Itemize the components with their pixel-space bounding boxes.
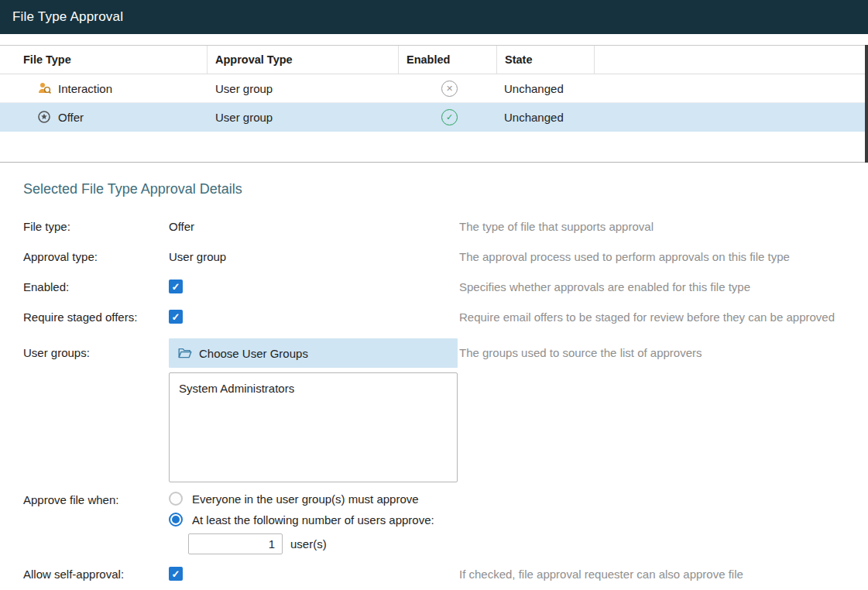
table-row-offer[interactable]: Offer User group ✓ Unchanged <box>0 103 868 132</box>
approval-type-value: User group <box>169 250 459 263</box>
interaction-icon <box>37 81 51 95</box>
details-section: Selected File Type Approval Details File… <box>0 181 868 582</box>
field-row-user-groups: User groups: Choose User Groups System A… <box>23 338 868 482</box>
cell-state: Unchanged <box>497 74 595 102</box>
cell-empty <box>595 103 868 131</box>
column-header-approval-type[interactable]: Approval Type <box>208 46 399 74</box>
offer-icon <box>37 110 51 124</box>
file-type-value: Offer <box>169 220 459 233</box>
approval-type-description: The approval process used to perform app… <box>459 250 868 263</box>
approval-type-label: Approval type: <box>23 250 169 263</box>
field-row-enabled: Enabled: ✓ Specifies whether approvals a… <box>23 278 868 295</box>
user-groups-label: User groups: <box>23 338 169 359</box>
column-header-state[interactable]: State <box>497 46 595 74</box>
page-title: File Type Approval <box>12 9 123 25</box>
enabled-checkbox[interactable]: ✓ <box>169 280 183 293</box>
column-header-file-type[interactable]: File Type <box>0 46 208 74</box>
field-row-approve-when: Approve file when: Everyone in the user … <box>23 492 868 554</box>
choose-user-groups-button[interactable]: Choose User Groups <box>169 338 458 368</box>
table-right-edge <box>865 45 868 163</box>
cell-enabled: ✕ <box>399 74 497 102</box>
field-row-self-approval: Allow self-approval: ✓ If checked, file … <box>23 565 868 582</box>
approve-when-label: Approve file when: <box>23 492 169 506</box>
self-approval-description: If checked, file approval requester can … <box>459 568 868 581</box>
cell-file-type: Interaction <box>0 74 208 102</box>
choose-user-groups-label: Choose User Groups <box>199 347 308 360</box>
field-row-approval-type: Approval type: User group The approval p… <box>23 248 868 265</box>
cell-approval-type: User group <box>208 103 399 131</box>
enabled-circle-icon: ✓ <box>441 109 458 125</box>
cell-empty <box>595 74 868 102</box>
radio-at-least-label: At least the following number of users a… <box>192 513 434 527</box>
field-row-require-staged: Require staged offers: ✓ Require email o… <box>23 308 868 325</box>
cell-file-type: Offer <box>0 103 208 131</box>
cell-approval-type: User group <box>208 74 399 102</box>
radio-at-least-number[interactable] <box>169 513 183 527</box>
user-group-list-item[interactable]: System Administrators <box>170 373 457 395</box>
require-staged-checkbox[interactable]: ✓ <box>169 310 183 324</box>
file-type-approval-table: File Type Approval Type Enabled State In… <box>0 45 868 163</box>
folder-icon <box>178 347 192 359</box>
user-groups-description: The groups used to source the list of ap… <box>459 338 868 359</box>
require-staged-description: Require email offers to be staged for re… <box>459 310 868 324</box>
disabled-circle-icon: ✕ <box>441 81 458 97</box>
file-type-text: Interaction <box>58 82 112 95</box>
file-type-text: Offer <box>58 111 84 124</box>
radio-everyone-approves[interactable] <box>169 492 183 506</box>
enabled-description: Specifies whether approvals are enabled … <box>459 280 868 293</box>
self-approval-checkbox[interactable]: ✓ <box>169 567 183 581</box>
details-section-title: Selected File Type Approval Details <box>23 181 868 197</box>
field-row-file-type: File type: Offer The type of file that s… <box>23 218 868 235</box>
table-header-row: File Type Approval Type Enabled State <box>0 46 868 74</box>
radio-everyone-label: Everyone in the user group(s) must appro… <box>192 492 419 506</box>
column-header-empty <box>595 46 868 74</box>
column-header-enabled[interactable]: Enabled <box>399 46 497 74</box>
cell-enabled: ✓ <box>399 103 497 131</box>
user-groups-listbox: System Administrators <box>169 372 458 482</box>
cell-state: Unchanged <box>497 103 595 131</box>
file-type-label: File type: <box>23 220 169 233</box>
self-approval-label: Allow self-approval: <box>23 568 169 581</box>
file-type-description: The type of file that supports approval <box>459 220 868 233</box>
require-staged-label: Require staged offers: <box>23 310 169 324</box>
approver-count-input[interactable] <box>188 533 283 554</box>
table-row-interaction[interactable]: Interaction User group ✕ Unchanged <box>0 74 868 103</box>
approver-count-suffix: user(s) <box>290 537 327 551</box>
window-title-bar: File Type Approval <box>0 0 868 34</box>
enabled-label: Enabled: <box>23 280 169 293</box>
